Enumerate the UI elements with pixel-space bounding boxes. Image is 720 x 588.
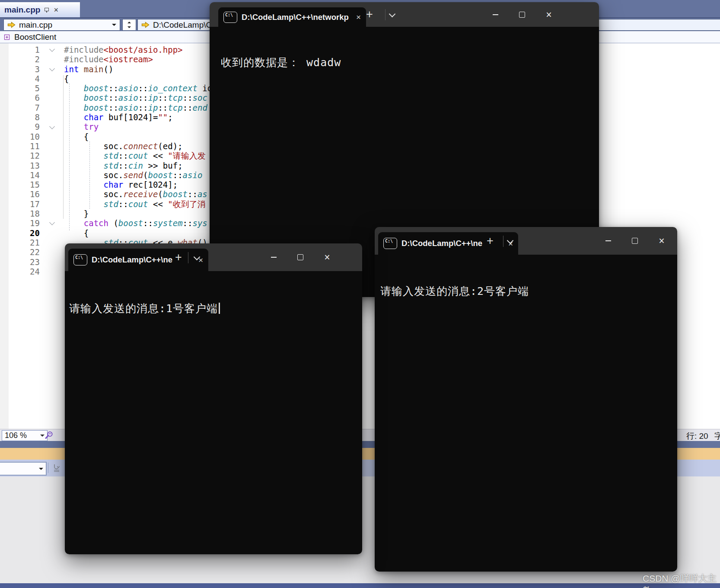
fold-margin[interactable]: [41, 267, 64, 276]
fold-margin[interactable]: [41, 189, 64, 199]
minimize-button[interactable]: [482, 6, 509, 24]
screenshot-stage: main.cpp × main.cpp D:\CodeLamp\C++\: [0, 0, 720, 588]
close-icon: ×: [324, 252, 330, 263]
fold-margin[interactable]: [41, 83, 64, 93]
line-number: 6: [0, 93, 41, 102]
fold-margin[interactable]: [41, 74, 64, 83]
watch-tool-icon[interactable]: [52, 463, 61, 473]
fold-margin[interactable]: [41, 257, 64, 267]
fold-margin[interactable]: [41, 247, 64, 257]
close-button[interactable]: ×: [648, 232, 675, 250]
maximize-button[interactable]: [287, 248, 314, 266]
tab-dropdown-button[interactable]: [504, 236, 516, 248]
fold-margin[interactable]: [41, 170, 64, 180]
line-number: 18: [0, 209, 41, 218]
fold-margin[interactable]: [41, 209, 64, 218]
terminal-tab[interactable]: C:\ D:\CodeLamp\C++\ne ×: [378, 232, 518, 255]
fold-margin[interactable]: [41, 228, 64, 238]
line-number: 17: [0, 199, 41, 209]
fold-margin[interactable]: [41, 218, 64, 228]
stepper-up-icon[interactable]: [127, 20, 131, 23]
fold-margin[interactable]: [41, 122, 64, 131]
fold-margin[interactable]: [41, 199, 64, 209]
tab-dropdown-button[interactable]: [191, 252, 203, 264]
fold-margin[interactable]: [41, 45, 64, 54]
terminal-output-line: 请输入发送的消息:2号客户端: [380, 284, 529, 298]
close-button[interactable]: ×: [314, 248, 341, 266]
terminal-output[interactable]: 请输入发送的消息:1号客户端: [65, 271, 362, 554]
new-tab-button[interactable]: +: [487, 235, 494, 247]
file-dropdown[interactable]: main.cpp: [3, 19, 120, 31]
tab-main-cpp[interactable]: main.cpp ×: [0, 2, 80, 17]
zoom-level-dropdown[interactable]: 106 %: [2, 430, 48, 441]
minimize-button[interactable]: [260, 248, 287, 266]
line-number: 3: [0, 64, 41, 74]
close-button[interactable]: ×: [535, 6, 562, 24]
maximize-button[interactable]: [509, 6, 535, 24]
find-combobox[interactable]: [0, 462, 47, 476]
terminal-tab[interactable]: C:\ D:\CodeLamp\C++\networkp ×: [218, 7, 366, 27]
maximize-button[interactable]: [621, 232, 648, 250]
tab-dropdown-button[interactable]: [386, 9, 398, 21]
stepper-down-icon[interactable]: [127, 26, 131, 30]
toolbar-divider: [48, 463, 48, 473]
line-number: 19: [0, 218, 41, 228]
minimize-button[interactable]: [595, 232, 621, 250]
fold-margin[interactable]: [41, 132, 64, 141]
terminal-titlebar[interactable]: C:\ D:\CodeLamp\C++\ne × + ×: [65, 243, 362, 271]
cmd-icon: C:\: [383, 238, 397, 249]
member-bar-value: BoostClient: [14, 32, 56, 42]
line-number: 1: [0, 45, 41, 54]
titlebar-divider: [503, 236, 503, 247]
chevron-down-icon: [507, 237, 513, 244]
terminal-output[interactable]: 请输入发送的消息:2号客户端: [375, 255, 677, 572]
suggestion-wrench-icon[interactable]: [44, 431, 54, 440]
fold-margin[interactable]: [41, 112, 64, 122]
fold-margin[interactable]: [41, 93, 64, 102]
fold-margin[interactable]: [41, 180, 64, 189]
line-number: 15: [0, 180, 41, 189]
fold-margin[interactable]: [41, 103, 64, 112]
csdn-watermark: CSDN @咩咩大主教: [643, 572, 720, 588]
line-number: 2: [0, 54, 41, 64]
zoom-level-value: 106 %: [5, 431, 27, 440]
fold-margin[interactable]: [41, 141, 64, 151]
fold-chevron-icon[interactable]: [49, 66, 55, 71]
terminal-cursor: [219, 303, 220, 314]
line-number: 21: [0, 238, 41, 247]
terminal-tab-title: D:\CodeLamp\C++\networkp: [242, 13, 350, 22]
close-icon: ×: [546, 9, 551, 21]
terminal-output-line: 收到的数据是： wdadw: [221, 55, 341, 70]
fold-chevron-icon[interactable]: [49, 220, 55, 226]
fold-margin[interactable]: [41, 151, 64, 160]
fold-margin[interactable]: [41, 161, 64, 170]
line-number: 4: [0, 74, 41, 83]
line-number: 24: [0, 267, 41, 276]
fold-chevron-icon[interactable]: [49, 124, 55, 129]
terminal-tab[interactable]: C:\ D:\CodeLamp\C++\ne ×: [68, 249, 208, 271]
line-number: 8: [0, 112, 41, 122]
line-indicator: 行: 20: [686, 431, 708, 441]
new-tab-button[interactable]: +: [366, 9, 373, 20]
add-class-icon: [3, 33, 11, 41]
titlebar-divider: [188, 252, 188, 263]
line-number: 13: [0, 161, 41, 170]
maximize-icon: [297, 254, 303, 260]
new-tab-button[interactable]: +: [175, 252, 182, 263]
cmd-icon: C:\: [73, 254, 87, 265]
fold-chevron-icon[interactable]: [49, 46, 55, 52]
terminal-titlebar[interactable]: C:\ D:\CodeLamp\C++\networkp × + ×: [210, 2, 599, 27]
tab-close-icon[interactable]: ×: [54, 6, 58, 14]
pin-icon[interactable]: [44, 7, 50, 13]
fold-margin[interactable]: [41, 54, 64, 64]
line-number: 16: [0, 189, 41, 199]
terminal-titlebar[interactable]: C:\ D:\CodeLamp\C++\ne × + ×: [375, 227, 677, 255]
tab-title: main.cpp: [4, 5, 40, 15]
fold-margin[interactable]: [41, 64, 64, 74]
terminal-output-line: 请输入发送的消息:1号客户端: [69, 301, 220, 316]
tab-close-icon[interactable]: ×: [354, 13, 361, 21]
terminal-window-right: C:\ D:\CodeLamp\C++\ne × + × 请输入发送的消息:2号…: [375, 227, 677, 572]
chevron-down-icon: [389, 11, 395, 18]
nav-stepper[interactable]: [122, 19, 136, 31]
fold-margin[interactable]: [41, 238, 64, 247]
